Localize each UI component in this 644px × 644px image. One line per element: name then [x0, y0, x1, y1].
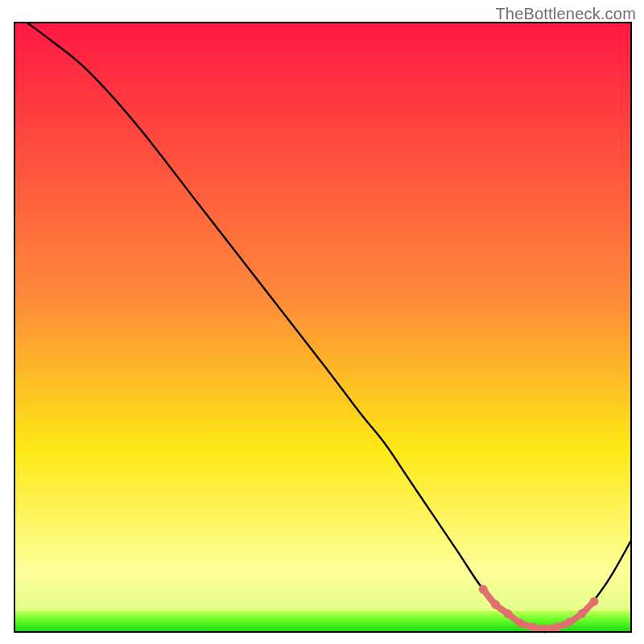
optimal-marker	[590, 597, 599, 606]
plot-background	[14, 23, 631, 632]
optimal-marker	[528, 622, 537, 631]
optimal-marker	[503, 609, 512, 618]
bottleneck-chart	[0, 0, 644, 644]
optimal-marker	[479, 585, 488, 594]
optimal-marker	[553, 622, 562, 631]
optimal-marker	[491, 600, 500, 609]
optimal-marker	[577, 609, 586, 618]
optimal-marker	[516, 618, 525, 627]
chart-container: TheBottleneck.com	[0, 0, 644, 644]
optimal-marker	[565, 617, 574, 626]
